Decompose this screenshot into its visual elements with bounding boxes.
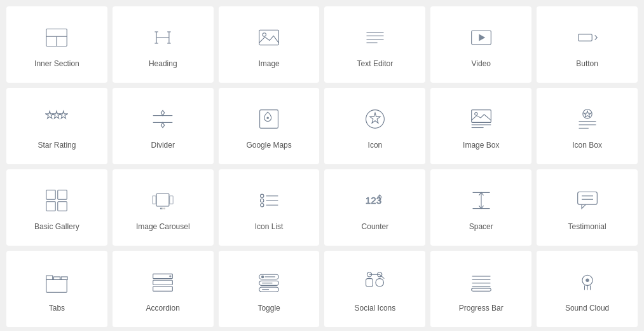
widget-card-video[interactable]: Video (430, 6, 531, 83)
widget-card-progress-bar[interactable]: Progress Bar (430, 251, 531, 327)
svg-point-27 (266, 117, 269, 120)
counter-label: Counter (362, 222, 389, 232)
video-icon (466, 22, 497, 53)
svg-point-51 (261, 199, 264, 202)
widget-card-icon-box[interactable]: Icon Box (537, 88, 638, 164)
social-icons-label: Social Icons (355, 304, 396, 314)
svg-rect-26 (260, 110, 278, 129)
google-maps-label: Google Maps (246, 141, 291, 151)
svg-point-47 (162, 208, 164, 209)
svg-rect-40 (58, 190, 67, 199)
spacer-label: Spacer (469, 222, 493, 232)
testimonial-icon (572, 185, 603, 216)
svg-marker-35 (584, 111, 591, 117)
widget-card-icon-list[interactable]: Icon List (219, 169, 320, 246)
svg-rect-64 (46, 276, 53, 279)
tabs-icon (41, 267, 72, 297)
svg-rect-66 (62, 277, 68, 280)
image-carousel-icon (147, 185, 178, 216)
widget-grid: Inner SectionHeadingImageText EditorVide… (6, 6, 638, 327)
widget-card-social-icons[interactable]: Social Icons (324, 251, 425, 327)
image-icon (254, 22, 284, 53)
social-icons-icon (360, 267, 390, 297)
progress-bar-icon (466, 267, 497, 297)
progress-bar-label: Progress Bar (459, 304, 504, 314)
svg-point-49 (261, 194, 264, 197)
svg-rect-41 (46, 202, 55, 211)
svg-point-53 (261, 204, 264, 207)
tabs-label: Tabs (49, 304, 65, 314)
widget-card-toggle[interactable]: Toggle (219, 251, 320, 327)
svg-marker-21 (60, 111, 68, 119)
svg-rect-10 (259, 31, 279, 45)
svg-point-80 (376, 279, 384, 287)
svg-marker-25 (161, 123, 165, 128)
svg-rect-68 (153, 281, 173, 285)
heading-label: Heading (149, 59, 177, 69)
widget-card-icon[interactable]: Icon (324, 88, 425, 164)
widget-card-google-maps[interactable]: Google Maps (219, 88, 320, 164)
widget-card-sound-cloud[interactable]: Sound Cloud (537, 251, 638, 327)
divider-icon (147, 104, 178, 134)
widget-card-inner-section[interactable]: Inner Section (6, 6, 107, 83)
svg-marker-19 (46, 111, 54, 119)
image-box-icon (466, 104, 497, 134)
image-carousel-label: Image Carousel (136, 222, 190, 232)
svg-rect-18 (578, 34, 592, 41)
icon-label: Icon (368, 141, 383, 151)
widget-card-star-rating[interactable]: Star Rating (6, 88, 107, 164)
google-maps-icon (254, 104, 284, 134)
widget-card-spacer[interactable]: Spacer (430, 169, 531, 246)
svg-point-46 (160, 208, 162, 209)
svg-marker-17 (479, 34, 485, 41)
svg-point-75 (261, 276, 264, 279)
svg-point-31 (474, 113, 477, 116)
widget-card-image[interactable]: Image (219, 6, 320, 83)
svg-point-92 (586, 279, 589, 282)
widget-card-testimonial[interactable]: Testimonial (537, 169, 638, 246)
image-label: Image (258, 59, 279, 69)
widget-card-image-box[interactable]: Image Box (430, 88, 531, 164)
sound-cloud-label: Sound Cloud (565, 304, 609, 314)
widget-card-basic-gallery[interactable]: Basic Gallery (6, 169, 107, 246)
widget-card-text-editor[interactable]: Text Editor (324, 6, 425, 83)
svg-rect-79 (366, 279, 373, 287)
basic-gallery-icon (41, 185, 72, 216)
svg-rect-42 (58, 202, 67, 211)
svg-point-11 (263, 33, 266, 36)
widget-card-image-carousel[interactable]: Image Carousel (113, 169, 214, 246)
button-label: Button (576, 59, 598, 69)
icon-list-label: Icon List (255, 222, 284, 232)
widget-card-heading[interactable]: Heading (113, 6, 214, 83)
widget-card-accordion[interactable]: Accordion (113, 251, 214, 327)
basic-gallery-label: Basic Gallery (34, 222, 79, 232)
video-label: Video (472, 59, 491, 69)
svg-marker-29 (370, 113, 380, 123)
button-icon (572, 22, 603, 53)
widget-card-counter[interactable]: 123Counter (324, 169, 425, 246)
widget-card-divider[interactable]: Divider (113, 88, 214, 164)
inner-section-icon (41, 22, 72, 53)
svg-marker-20 (53, 111, 61, 119)
icon-box-label: Icon Box (572, 141, 602, 151)
divider-label: Divider (151, 141, 175, 151)
text-editor-label: Text Editor (357, 59, 394, 69)
svg-text:123: 123 (366, 195, 382, 206)
svg-rect-89 (471, 288, 491, 292)
icon-list-icon (254, 185, 284, 216)
svg-rect-63 (46, 280, 67, 293)
star-rating-icon (41, 104, 72, 134)
counter-icon: 123 (360, 185, 390, 216)
text-editor-icon (360, 22, 390, 53)
icon-box-icon (572, 104, 603, 134)
accordion-icon (147, 267, 178, 297)
icon-icon (360, 104, 390, 134)
testimonial-label: Testimonial (568, 222, 606, 232)
accordion-label: Accordion (146, 304, 180, 314)
svg-point-48 (164, 208, 166, 209)
widget-card-button[interactable]: Button (537, 6, 638, 83)
widget-card-tabs[interactable]: Tabs (6, 251, 107, 327)
svg-rect-69 (153, 286, 173, 291)
star-rating-label: Star Rating (38, 141, 76, 151)
svg-rect-60 (577, 192, 597, 205)
